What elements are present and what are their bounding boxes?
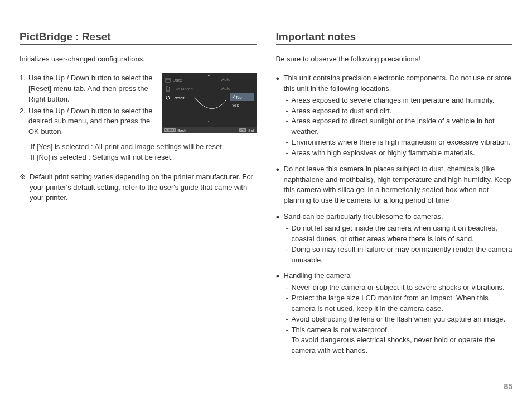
- menu-item-filename: File Name: [163, 84, 214, 93]
- calendar-icon: [165, 77, 171, 83]
- step: 2. Use the Up / Down button to select th…: [20, 106, 156, 138]
- bullet-icon: ●: [276, 73, 284, 159]
- right-intro: Be sure to observe the following precaut…: [276, 55, 513, 63]
- step-text: Use the Up / Down button to select the d…: [28, 106, 156, 138]
- sub-text: Environments where there is high magneti…: [292, 137, 510, 148]
- explain-block: If [Yes] is selected : All print and ima…: [20, 142, 257, 163]
- menu-key-badge: MENU: [164, 128, 176, 132]
- set-label: Set: [248, 128, 254, 132]
- submenu-no: No: [230, 93, 254, 101]
- step-number: 2.: [20, 106, 28, 138]
- menu-label: Reset: [173, 95, 185, 100]
- screenshot-bottom-bar: MENU Back OK Set: [162, 127, 257, 133]
- menu-label: Date: [173, 78, 182, 83]
- sub-text: Avoid obstructing the lens or the flash …: [292, 314, 506, 325]
- menu-value: Auto: [221, 84, 230, 93]
- bullet-icon: ●: [276, 271, 284, 356]
- reference-mark-icon: ※: [20, 172, 30, 204]
- bullet-lead: Sand can be particularly troublesome to …: [284, 212, 513, 222]
- precautions-list: ● This unit contains precision electroni…: [276, 73, 513, 356]
- right-column: Important notes Be sure to observe the f…: [276, 31, 513, 356]
- sub-text: Doing so may result in failure or may pe…: [292, 245, 513, 266]
- bullet-item: ● This unit contains precision electroni…: [276, 73, 513, 159]
- bullet-lead: This unit contains precision electronic …: [284, 73, 513, 94]
- default-note: ※ Default print setting varies depending…: [20, 172, 257, 204]
- sub-text: Never drop the camera or subject it to s…: [292, 283, 505, 293]
- sub-text: This camera is not waterproof.: [292, 325, 389, 336]
- steps-list: 1. Use the Up / Down button to select th…: [20, 73, 156, 138]
- chevron-down-icon: ˅: [207, 120, 210, 126]
- bullet-lead: Handling the camera: [284, 271, 513, 281]
- bullet-item: ● Do not leave this camera in places sub…: [276, 164, 513, 206]
- sub-text: Areas exposed to severe changes in tempe…: [292, 95, 495, 106]
- explain-no: If [No] is selected : Settings will not …: [31, 152, 257, 163]
- reset-icon: [165, 95, 171, 100]
- step-text: Use the Up / Down button to select the […: [28, 73, 156, 105]
- right-title: Important notes: [276, 31, 513, 45]
- svg-rect-0: [166, 78, 170, 82]
- menu-item-reset: Reset: [163, 93, 214, 102]
- bullet-icon: ●: [276, 164, 284, 206]
- left-title: PictBridge : Reset: [20, 31, 257, 45]
- note-text: Default print setting varies depending o…: [30, 172, 257, 204]
- menu-label: File Name: [173, 87, 193, 92]
- ok-key-badge: OK: [239, 128, 246, 132]
- page-number: 85: [504, 382, 512, 391]
- camera-screenshot: ˄ Date File Name Reset: [162, 73, 257, 133]
- sub-text: Areas exposed to dust and dirt.: [292, 106, 392, 117]
- sub-text: Do not let sand get inside the camera wh…: [292, 223, 513, 245]
- back-label: Back: [177, 128, 186, 132]
- explain-yes: If [Yes] is selected : All print and ima…: [31, 142, 257, 152]
- bullet-item: ● Sand can be particularly troublesome t…: [276, 212, 513, 265]
- sub-continuation: To avoid dangerous electrical shocks, ne…: [284, 335, 513, 356]
- bullet-item: ● Handling the camera -Never drop the ca…: [276, 271, 513, 356]
- step: 1. Use the Up / Down button to select th…: [20, 73, 156, 105]
- step-number: 1.: [20, 73, 28, 105]
- sub-text: Areas exposed to direct sunlight or the …: [292, 116, 513, 137]
- sub-text: Areas with high explosives or highly fla…: [292, 148, 475, 159]
- bullet-icon: ●: [276, 212, 284, 265]
- file-icon: [165, 86, 171, 92]
- sub-text: Protect the large size LCD monitor from …: [292, 293, 513, 314]
- menu-value: Auto: [221, 75, 230, 84]
- left-intro: Initializes user-changed configurations.: [20, 55, 257, 63]
- left-column: PictBridge : Reset Initializes user-chan…: [20, 31, 257, 356]
- submenu-yes: Yes: [230, 101, 254, 109]
- bullet-lead: Do not leave this camera in places subje…: [284, 164, 513, 206]
- menu-item-date: Date: [163, 75, 214, 84]
